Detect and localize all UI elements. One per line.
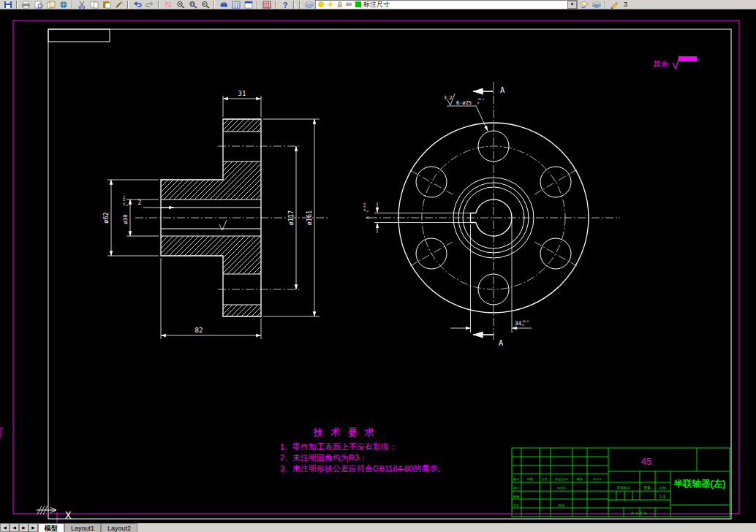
part-name: 半联轴器(左) [674,479,726,489]
tb-label: 重量 [644,485,651,490]
hatch-area [223,119,261,132]
dim-holes-roughness: 3.2 [444,95,453,101]
tab-last-icon[interactable]: ▶ [29,523,38,532]
layer-plot-icon[interactable] [345,1,353,8]
undo-icon[interactable] [131,0,143,9]
find-icon[interactable] [217,0,230,9]
toolbar-separator [72,1,73,9]
dim-step-depth: 2 [138,200,142,206]
dialog-icon[interactable] [242,0,254,9]
tab-prev-icon[interactable]: ◀ [10,523,19,532]
tech-req-title: 技 术 要 求 [313,427,377,438]
toolbar-separator [605,1,606,9]
tb-label: 比例 [659,486,667,490]
dim-keyway-width: 8 [365,216,370,219]
paste-icon[interactable] [100,0,113,9]
scale-value: 1:1 [659,494,666,498]
tab-model[interactable]: 模型 [38,523,64,532]
section-view [135,119,329,316]
section-label-bottom: A [499,338,504,347]
toolbar-separator [213,1,215,9]
hatch-area [223,305,261,316]
tb-label: 标记 [513,477,520,482]
dim-overall-length: 82 [195,327,203,334]
zoom-window-icon[interactable] [186,0,199,9]
redo-icon[interactable] [143,0,156,9]
toolbar-partial-text: 3 [624,1,627,8]
tech-req-line: 2、未注明圆角均为R3； [280,453,367,462]
dim-outer-diameter: ø161 [306,210,313,225]
layer-sun-icon[interactable] [327,1,335,8]
copy-icon[interactable] [88,0,100,9]
cut-icon[interactable] [75,0,88,9]
drawing-canvas[interactable]: 31 82 ø62 ø30 +0.033 0 2 ø117 ø161 [0,10,756,523]
dim-keyway-height: 34 [515,320,522,327]
dim-holes-tol-lower: 0 [477,101,480,104]
dim-holes-note: 6-ø25 [456,100,472,106]
layer-combo-value[interactable]: 标注尺寸 [363,1,566,8]
dim-hub-diameter: ø62 [102,212,110,223]
material-value: 45 [641,456,651,467]
layout-tab-bar: ◀ ◀ ▶ ▶ 模型 Layout1 Layout2 [0,523,756,532]
tb-label: 阶段标记 [617,485,631,490]
zoom-previous-icon[interactable] [199,0,211,9]
bolt-hole [416,167,447,197]
tb-label: 签名 [577,477,583,481]
tab-layout1[interactable]: Layout1 [64,523,101,532]
datagrid-icon[interactable] [230,0,242,9]
tb-label: 处数 [527,477,534,481]
layer-color-swatch[interactable] [355,1,362,8]
tab-next-icon[interactable]: ▶ [19,523,29,532]
match-properties-icon[interactable] [113,0,125,9]
dim-keyway-width-tol-lower: 0 [366,210,369,212]
section-label-top: A [500,86,505,94]
technical-requirements: 技 术 要 求 1、零件加工表面上不应有划痕； 2、未注明圆角均为R3； 3、未… [280,427,446,473]
tb-label: 审核 [513,495,520,498]
publish-icon[interactable] [45,0,57,9]
layer-dropdown[interactable]: 标注尺寸 ▼ [315,0,578,10]
toolbar: ? 标注尺寸 ▼ 3 [0,0,756,10]
plot-icon[interactable] [20,0,32,9]
redline-icon[interactable] [162,0,174,9]
section-view-dimensions: 31 82 ø62 ø30 +0.033 0 2 ø117 ø161 [102,90,320,339]
layer-lock-icon[interactable] [336,1,344,8]
hatch-area [161,236,261,274]
help-icon[interactable]: ? [279,0,291,9]
calculator-icon[interactable] [260,0,273,9]
toolbar-separator [127,1,129,9]
tb-label: 更改文件号 [555,477,568,481]
tb-label: 年月日 [592,477,601,481]
general-roughness-label: 其余 [653,59,669,68]
dim-bolt-circle: ø117 [287,210,295,225]
bolt-hole [540,238,571,269]
properties-pencil-icon[interactable] [608,0,621,9]
hatch-area [161,162,261,200]
layer-bulb-icon[interactable] [317,1,325,8]
make-object-layer-current-icon[interactable] [578,0,590,9]
tech-req-line: 1、零件加工表面上不应有划痕； [280,442,397,451]
toolbar-separator [158,1,159,9]
publish-to-web-icon[interactable] [57,0,69,9]
general-roughness-note: 其余 [653,56,697,69]
front-view [369,82,620,341]
tb-label: 分区 [542,477,548,481]
tb-label: 设计 [513,486,520,490]
layer-previous-icon[interactable] [590,0,602,9]
layer-properties-manager-icon[interactable] [303,0,315,9]
toolbar-separator [257,1,258,9]
print-preview-icon[interactable] [32,0,45,9]
tb-label: 工艺 [513,503,520,507]
tab-layout2[interactable]: Layout2 [101,523,137,532]
dim-flange-thickness: 31 [238,90,246,97]
save-icon[interactable] [1,0,14,9]
dim-bore-diameter: ø30 [122,214,129,224]
toolbar-separator [275,1,276,9]
tb-label: 标准化 [556,486,566,490]
toolbar-separator [293,1,295,9]
chevron-down-icon[interactable]: ▼ [567,1,577,9]
toolbar-separator [16,1,18,9]
roughness-symbol-bar [678,56,697,61]
tb-label: 共 张 第 张 [631,512,647,515]
zoom-realtime-icon[interactable] [174,0,186,9]
tab-first-icon[interactable]: ◀ [0,523,10,532]
